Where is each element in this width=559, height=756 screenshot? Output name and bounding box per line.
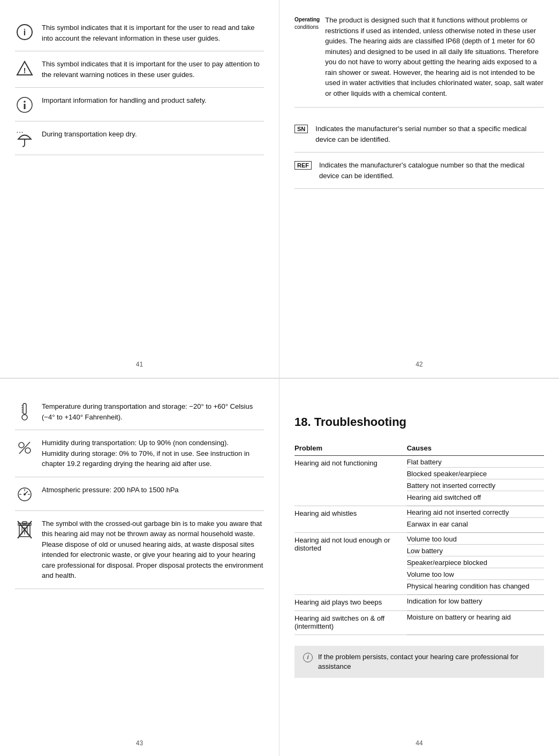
humidity-icon [15, 439, 34, 457]
umbrella-icon: * * * [15, 130, 34, 147]
cause-low-battery-indication: Indication for low battery [407, 595, 544, 611]
sn-badge: SN [294, 125, 308, 133]
info-box-text: If the problem persists, contact your he… [318, 652, 535, 671]
troubleshooting-title: 18. Troubleshooting [294, 415, 544, 429]
svg-rect-9 [23, 403, 26, 414]
svg-text:* * *: * * * [17, 131, 23, 135]
symbol-text-dry: During transportation keep dry. [42, 129, 264, 140]
humidity-text: Humidity during transportation: Up to 90… [42, 438, 264, 469]
problem-two-beeps: Hearing aid plays two beeps [294, 595, 407, 611]
svg-rect-6 [24, 104, 26, 109]
svg-point-15 [19, 442, 24, 448]
page-43: Temperature during transportation and st… [0, 379, 280, 756]
symbol-text-read: This symbol indicates that it is importa… [42, 22, 264, 43]
cause-moisture: Moisture on battery or hearing aid [407, 611, 544, 635]
cause-low-battery: Low battery [407, 545, 544, 556]
sn-text: Indicates the manufacturer's serial numb… [315, 124, 544, 144]
temperature-section: Temperature during transportation and st… [15, 394, 264, 430]
page-number-42: 42 [416, 361, 422, 368]
read-icon: i [15, 24, 34, 41]
symbol-row-warning: ! This symbol indicates that it is impor… [15, 51, 264, 88]
symbol-text-warning: This symbol indicates that it is importa… [42, 59, 264, 80]
svg-point-5 [24, 101, 26, 103]
table-row: Hearing aid whistles Hearing aid not ins… [294, 506, 544, 518]
page-number-44: 44 [416, 739, 422, 747]
info-circle-icon [15, 96, 34, 113]
pressure-icon [15, 486, 34, 503]
operating-conditions-block: Operatingconditions The product is desig… [294, 15, 544, 108]
thermometer-icon [15, 402, 34, 421]
symbol-row-read: i This symbol indicates that it is impor… [15, 15, 264, 51]
table-row: Hearing aid not functioning Flat battery [294, 456, 544, 468]
symbol-row-dry: * * * During transportation keep dry. [15, 121, 264, 155]
ref-text: Indicates the manufacturer's catalogue n… [319, 160, 544, 181]
table-row: Hearing aid not loud enough or distorted… [294, 533, 544, 545]
cause-switched-off: Hearing aid switched off [407, 491, 544, 506]
svg-text:!: ! [24, 66, 26, 75]
garbage-section: The symbol with the crossed-out garbage … [15, 511, 264, 589]
info-box-icon: i [303, 653, 313, 662]
col-causes: Causes [407, 442, 544, 456]
svg-rect-26 [22, 522, 27, 524]
page-42: Operatingconditions The product is desig… [280, 0, 559, 378]
svg-point-10 [22, 415, 27, 420]
humidity-section: Humidity during transportation: Up to 90… [15, 430, 264, 477]
cause-battery-not-inserted: Battery not inserted correctly [407, 479, 544, 491]
cause-volume-too-low: Volume too low [407, 568, 544, 580]
col-problem: Problem [294, 442, 407, 456]
cause-flat-battery: Flat battery [407, 456, 544, 468]
garbage-text: The symbol with the crossed-out garbage … [42, 518, 264, 581]
cause-speaker-blocked: Speaker/earpiece blocked [407, 556, 544, 568]
page-number-43: 43 [136, 739, 143, 747]
problem-not-functioning: Hearing aid not functioning [294, 456, 407, 506]
warning-icon: ! [15, 60, 34, 77]
pressure-section: Atmospheric pressure: 200 hPA to 1500 hP… [15, 477, 264, 511]
pressure-text: Atmospheric pressure: 200 hPA to 1500 hP… [42, 485, 179, 495]
table-row: Hearing aid plays two beeps Indication f… [294, 595, 544, 611]
temperature-text: Temperature during transportation and st… [42, 401, 264, 422]
problem-whistles: Hearing aid whistles [294, 506, 407, 533]
page-number-41: 41 [136, 361, 143, 368]
cause-not-inserted: Hearing aid not inserted correctly [407, 506, 544, 518]
symbol-row-info: Important information for handling and p… [15, 88, 264, 121]
problem-not-loud: Hearing aid not loud enough or distorted [294, 533, 407, 595]
cause-earwax: Earwax in ear canal [407, 518, 544, 533]
crossed-garbage-icon [15, 520, 34, 540]
operating-label: Operatingconditions [294, 15, 320, 31]
svg-point-23 [24, 493, 26, 495]
cause-blocked-speaker: Blocked speaker/earpiece [407, 468, 544, 479]
svg-point-16 [25, 448, 31, 453]
info-box: i If the problem persists, contact your … [294, 646, 544, 678]
problem-switches-on-off: Hearing aid switches on & off (intermitt… [294, 611, 407, 635]
troubleshooting-table: Problem Causes Hearing aid not functioni… [294, 442, 544, 635]
ref-badge: REF [294, 161, 312, 170]
ref-row: REF Indicates the manufacturer's catalog… [294, 152, 544, 189]
sn-row: SN Indicates the manufacturer's serial n… [294, 116, 544, 152]
page-41: i This symbol indicates that it is impor… [0, 0, 280, 378]
cause-volume-too-loud: Volume too loud [407, 533, 544, 545]
page-44: 18. Troubleshooting Problem Causes Heari… [280, 379, 559, 756]
symbol-text-info: Important information for handling and p… [42, 95, 264, 106]
operating-text: The product is designed such that it fun… [325, 15, 544, 98]
cause-hearing-changed: Physical hearing condition has changed [407, 580, 544, 595]
svg-text:i: i [24, 28, 26, 37]
table-row: Hearing aid switches on & off (intermitt… [294, 611, 544, 635]
